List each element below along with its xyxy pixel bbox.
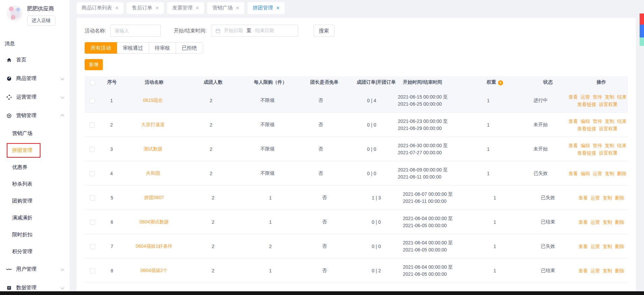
sidebar-item[interactable]: 营销管理 (0, 106, 69, 125)
action-link[interactable]: 结束 (617, 118, 626, 124)
action-link[interactable]: 设置权重 (599, 102, 618, 107)
action-link[interactable]: 查看 (568, 118, 578, 124)
sidebar-subitem[interactable]: 团购管理 (0, 192, 69, 209)
action-link[interactable]: 暂停 (593, 118, 602, 124)
action-link[interactable]: 暂停 (593, 94, 602, 100)
action-link[interactable]: 设置权重 (599, 150, 618, 156)
tab[interactable]: 营销广场× (207, 2, 244, 14)
activity-name-link[interactable]: 0604福袋2个 (141, 268, 168, 273)
sidebar-item[interactable]: 商品管理 (0, 69, 69, 88)
status-tab[interactable]: 已拒绝 (176, 42, 203, 54)
sidebar-subitem[interactable]: 满减满折 (0, 209, 69, 226)
tab[interactable]: 售后订单× (127, 2, 164, 14)
close-icon[interactable]: × (236, 5, 239, 11)
action-link[interactable]: 复制 (603, 244, 612, 249)
action-link[interactable]: 设置权重 (599, 126, 618, 131)
action-link[interactable]: 运营 (591, 195, 600, 200)
activity-name-input[interactable] (110, 25, 161, 37)
action-link[interactable]: 复制 (603, 195, 612, 200)
status-tab[interactable]: 所有活动 (85, 42, 117, 54)
select-all-checkbox[interactable] (90, 80, 95, 85)
group-size: 2 (183, 146, 239, 152)
close-icon[interactable]: × (115, 5, 118, 11)
action-link[interactable]: 复制 (605, 171, 614, 176)
row-checkbox[interactable] (90, 123, 95, 128)
action-link[interactable]: 查看 (568, 143, 578, 148)
action-link[interactable]: 删除 (615, 195, 624, 200)
activity-name-link[interactable]: 共和国 (146, 170, 160, 176)
action-link[interactable]: 运营 (591, 268, 600, 273)
status-tab[interactable]: 待审核 (149, 42, 176, 54)
action-link[interactable]: 运营 (581, 94, 590, 100)
tab[interactable]: 商品订单列表× (77, 2, 123, 14)
row-checkbox[interactable] (90, 220, 95, 225)
activity-name-link[interactable]: 拼团0607 (144, 195, 164, 200)
action-link[interactable]: 复制 (605, 143, 614, 148)
search-button[interactable]: 搜索 (314, 25, 334, 37)
action-link[interactable]: 运营 (591, 244, 600, 249)
action-link[interactable]: 查看 (579, 195, 588, 200)
help-icon[interactable]: ? (498, 80, 503, 85)
purchase-limit: 1 (242, 195, 299, 200)
sidebar-subitem[interactable]: 积分管理 (0, 243, 69, 260)
close-icon[interactable]: × (155, 5, 158, 11)
row-checkbox[interactable] (90, 268, 95, 273)
action-link[interactable]: 查看链接 (577, 102, 596, 107)
action-link[interactable]: 查看链接 (577, 150, 596, 156)
leader-free-flag: 否 (296, 170, 346, 177)
action-link[interactable]: 运营 (593, 171, 602, 176)
action-link[interactable]: 编辑 (581, 143, 590, 148)
activity-name-link[interactable]: 测试数据 (144, 146, 163, 152)
action-link[interactable]: 复制 (605, 94, 614, 100)
sidebar-subitem[interactable]: 拼团管理 (0, 142, 69, 159)
action-link[interactable]: 查看 (579, 219, 588, 225)
action-link[interactable]: 查看 (568, 171, 578, 176)
status-tab[interactable]: 审核通过 (117, 42, 149, 54)
action-link[interactable]: 删除 (615, 219, 624, 225)
close-icon[interactable]: × (196, 5, 199, 11)
sidebar-item[interactable]: 用户管理 (0, 260, 69, 278)
activity-name-link[interactable]: 大苏打速度 (141, 122, 165, 127)
action-link[interactable]: 查看 (579, 268, 588, 273)
scrollbar-thumb[interactable] (640, 25, 644, 37)
sidebar-subitem[interactable]: 营销广场 (0, 125, 69, 142)
action-link[interactable]: 暂停 (593, 143, 602, 148)
action-link[interactable]: 编辑 (581, 118, 590, 124)
action-link[interactable]: 编辑 (581, 171, 590, 176)
activity-name-link[interactable]: 0615现在 (143, 98, 163, 103)
activity-name-link[interactable]: 0604福娃1好条件 (136, 243, 173, 249)
enter-shop-button[interactable]: 进入店铺 (27, 16, 55, 26)
add-button[interactable]: 新增 (85, 59, 103, 70)
close-icon[interactable]: × (276, 5, 279, 11)
row-checkbox[interactable] (90, 244, 95, 249)
action-link[interactable]: 删除 (617, 171, 626, 176)
action-link[interactable]: 结束 (617, 94, 626, 100)
row-checkbox[interactable] (90, 147, 95, 152)
sidebar-subitem[interactable]: 优惠券 (0, 159, 69, 176)
sidebar-subitem[interactable]: 秒杀列表 (0, 176, 69, 192)
date-range-input[interactable]: 开始日期 至 结束日期 (211, 25, 298, 37)
sidebar-item[interactable]: 运营管理 (0, 88, 69, 106)
sidebar-item[interactable]: 首页 (0, 51, 69, 69)
action-link[interactable]: 复制 (603, 268, 612, 273)
action-link[interactable]: 查看 (579, 244, 588, 249)
action-link[interactable]: 删除 (615, 244, 624, 249)
row-checkbox[interactable] (90, 195, 95, 200)
row-checkbox[interactable] (90, 171, 95, 176)
sidebar-item-messages[interactable]: 消息 (0, 36, 69, 51)
tab[interactable]: 发票管理× (167, 2, 204, 14)
column-header: 成团人数 (184, 79, 242, 85)
action-link[interactable]: 查看链接 (577, 126, 596, 131)
tab-active[interactable]: 拼团管理× (247, 2, 284, 14)
action-link[interactable]: 删除 (615, 268, 624, 273)
row-checkbox[interactable] (90, 98, 95, 103)
weight-value: 1 (469, 244, 521, 249)
action-link[interactable]: 复制 (605, 118, 614, 124)
sidebar-subitem[interactable]: 限时折扣 (0, 226, 69, 243)
action-link[interactable]: 复制 (603, 219, 612, 225)
action-link[interactable]: 运营 (591, 219, 600, 225)
action-link[interactable]: 查看 (568, 94, 578, 100)
activity-name-link[interactable]: 0604测试数据 (139, 219, 169, 224)
action-link[interactable]: 结束 (617, 143, 626, 148)
weight-value: 1 (463, 171, 514, 176)
